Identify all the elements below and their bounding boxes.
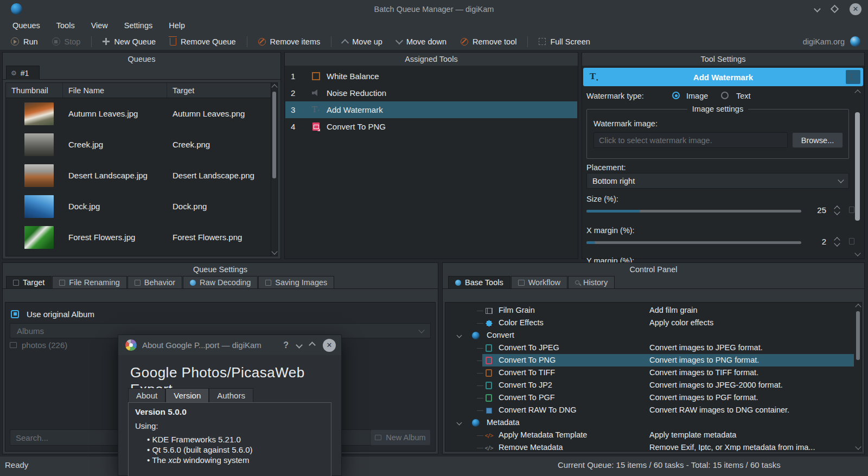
size-value[interactable]: 25 <box>807 205 826 215</box>
column-target[interactable]: Target <box>167 83 271 98</box>
tree-item-convert-to-tiff[interactable]: Convert To TIFF Convert images to TIFF f… <box>445 366 861 379</box>
x-margin-reset-icon[interactable] <box>849 238 854 245</box>
list-item-add-watermark[interactable]: 3 T Add Watermark <box>285 101 577 118</box>
watermark-image-input[interactable] <box>593 132 788 148</box>
list-item-convert-to-png[interactable]: 4 Convert To PNG <box>285 118 577 135</box>
tab-history[interactable]: History <box>568 276 615 288</box>
tab-saving-images[interactable]: Saving Images <box>258 276 334 288</box>
new-queue-button[interactable]: New Queue <box>96 35 162 48</box>
dialog-titlebar[interactable]: About Google P...port — digiKam <box>118 335 341 355</box>
full-screen-button[interactable]: Full Screen <box>532 35 596 48</box>
column-file-name[interactable]: File Name <box>63 83 167 98</box>
tool-header-page-button[interactable] <box>846 70 860 84</box>
radio-text[interactable] <box>721 92 729 99</box>
minimize-icon[interactable] <box>814 5 821 12</box>
tab-raw-decoding[interactable]: Raw Decoding <box>183 276 258 288</box>
expander-icon[interactable] <box>457 420 462 426</box>
digikam-icon <box>471 331 480 340</box>
tree-group-metadata[interactable]: Metadata <box>445 416 861 429</box>
x-margin-value[interactable]: 2 <box>807 237 826 246</box>
tab-file-renaming[interactable]: File Renaming <box>52 276 127 288</box>
remove-tool-button[interactable]: Remove tool <box>454 35 523 48</box>
scroll-down-icon[interactable] <box>855 443 861 449</box>
tab-authors[interactable]: Authors <box>209 388 253 402</box>
x-margin-slider[interactable] <box>586 241 801 244</box>
move-up-button[interactable]: Move up <box>336 35 389 48</box>
list-item-white-balance[interactable]: 1 White Balance <box>285 68 577 85</box>
album-item-photos[interactable]: photos (226) <box>10 340 67 350</box>
scroll-down-icon[interactable] <box>271 248 277 254</box>
remove-queue-button[interactable]: Remove Queue <box>163 35 242 48</box>
scrollbar-thumb[interactable] <box>855 112 860 221</box>
tree-item-convert-raw-to-dng[interactable]: Convert RAW To DNG Convert RAW images to… <box>445 404 861 416</box>
use-original-album-checkbox[interactable]: Use original Album <box>11 309 94 319</box>
new-album-button[interactable]: New Album <box>370 429 431 446</box>
tab-workflow[interactable]: Workflow <box>511 276 567 288</box>
chevron-up-icon[interactable] <box>309 342 316 349</box>
tree-item-convert-to-jp2[interactable]: Convert To JP2 Convert images to JPEG-20… <box>445 379 861 391</box>
tree-guide <box>477 361 483 361</box>
scroll-up-icon[interactable] <box>854 89 860 95</box>
menu-view[interactable]: View <box>84 20 115 31</box>
close-icon[interactable] <box>323 339 336 352</box>
scrollbar-thumb[interactable] <box>272 92 276 178</box>
size-reset-icon[interactable] <box>849 207 854 213</box>
close-icon[interactable] <box>850 3 861 15</box>
tree-item-film-grain[interactable]: Film Grain Add film grain <box>445 304 861 317</box>
help-icon[interactable] <box>283 340 289 350</box>
placement-label: Placement: <box>586 163 626 172</box>
remove-items-button[interactable]: Remove items <box>252 35 327 48</box>
tool-settings-scrollbar[interactable] <box>855 91 860 255</box>
queues-scrollbar[interactable] <box>271 83 277 256</box>
tab-behavior[interactable]: Behavior <box>127 276 182 288</box>
radio-image[interactable] <box>672 92 680 99</box>
move-down-button[interactable]: Move down <box>390 35 453 48</box>
base-tools-tree: Film Grain Add film grain Color Effects … <box>445 302 862 452</box>
scrollbar-thumb[interactable] <box>856 311 860 360</box>
table-row[interactable]: Creek.jpg Creek.png <box>6 129 271 160</box>
titlebar[interactable]: Batch Queue Manager — digiKam <box>0 0 868 18</box>
menu-settings[interactable]: Settings <box>117 20 159 31</box>
chevron-down-icon[interactable] <box>296 342 303 349</box>
tab-about[interactable]: About <box>128 388 165 402</box>
run-button[interactable]: Run <box>4 35 44 48</box>
tree-group-convert[interactable]: Convert <box>445 329 861 342</box>
tree-item-color-effects[interactable]: Color Effects Apply color effects <box>445 317 861 329</box>
table-row[interactable]: Autumn Leaves.jpg Autumn Leaves.png <box>6 98 271 129</box>
tree-item-apply-metadata-template[interactable]: </> Apply Metadata Template Apply templa… <box>445 429 861 441</box>
size-spinner[interactable] <box>834 205 840 215</box>
toolbar-separator <box>527 36 528 47</box>
menu-tools[interactable]: Tools <box>49 20 82 31</box>
tree-item-convert-to-jpeg[interactable]: Convert To JPEG Convert images to JPEG f… <box>445 342 861 354</box>
tree-item-remove-metadata[interactable]: </> Remove Metadata Remove Exif, Iptc, o… <box>445 441 861 452</box>
browse-button[interactable]: Browse... <box>792 132 843 148</box>
control-panel-scrollbar[interactable] <box>855 303 861 451</box>
list-item-noise-reduction[interactable]: 2 Noise Reduction <box>285 85 577 101</box>
tab-version[interactable]: Version <box>165 388 209 402</box>
maximize-icon[interactable] <box>831 5 839 14</box>
digikam-globe-icon[interactable] <box>850 36 860 47</box>
tree-item-convert-to-png[interactable]: Convert To PNG Convert images to PNG for… <box>445 354 861 366</box>
tree-item-convert-to-pgf[interactable]: Convert To PGF Convert images to PGF for… <box>445 391 861 404</box>
tab-base-tools[interactable]: Base Tools <box>448 276 510 288</box>
scroll-down-icon[interactable] <box>854 250 860 256</box>
expander-icon[interactable] <box>457 333 462 338</box>
menu-help[interactable]: Help <box>162 20 192 31</box>
x-margin-spinner[interactable] <box>834 237 840 247</box>
placement-value: Bottom right <box>592 177 635 185</box>
queue-tab-1[interactable]: #1 <box>6 66 40 80</box>
table-row[interactable]: Forest Flowers.jpg Forest Flowers.png <box>6 222 271 253</box>
scroll-up-icon[interactable] <box>855 304 861 310</box>
table-row[interactable]: Desert Landscape.jpg Desert Landscape.pn… <box>6 160 271 191</box>
radio-image-label[interactable]: Image <box>686 92 708 100</box>
digikam-org-link[interactable]: digiKam.org <box>803 37 845 46</box>
size-slider[interactable] <box>586 210 801 213</box>
stop-button[interactable]: Stop <box>46 35 87 48</box>
placement-select[interactable]: Bottom right <box>586 173 849 189</box>
radio-text-label[interactable]: Text <box>736 92 751 100</box>
scroll-up-icon[interactable] <box>271 84 277 90</box>
column-thumbnail[interactable]: Thumbnail <box>6 83 63 98</box>
tab-target[interactable]: Target <box>6 276 52 288</box>
table-row[interactable]: Dock.jpg Dock.png <box>6 191 271 222</box>
menu-queues[interactable]: Queues <box>5 20 47 31</box>
